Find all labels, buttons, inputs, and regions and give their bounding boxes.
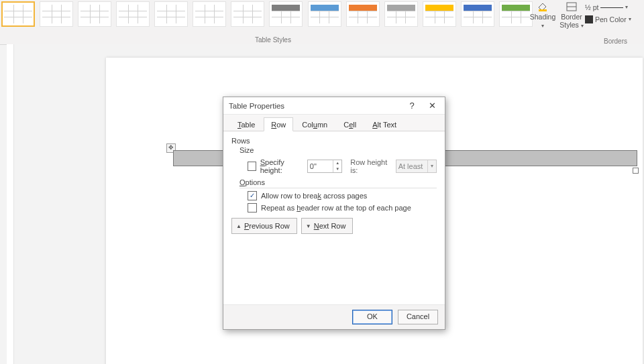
table-style-thumb[interactable] — [269, 1, 303, 27]
next-row-button[interactable]: ▼ Next Row — [301, 218, 354, 234]
row-height-input[interactable]: 0" ▲▼ — [307, 160, 342, 173]
specify-height-checkbox[interactable] — [248, 162, 256, 171]
ribbon: Table Styles Shading ▾ Border Styles ▾ ½… — [0, 0, 644, 45]
dialog-body: Rows Size Specify height: 0" ▲▼ Row heig… — [223, 131, 445, 304]
line-weight-dropdown[interactable]: ½ pt ▾ — [584, 1, 644, 13]
table-style-thumb[interactable] — [346, 1, 380, 27]
table-style-thumb[interactable] — [40, 1, 73, 27]
chevron-down-icon: ▾ — [541, 23, 544, 29]
border-styles-button[interactable]: Border Styles ▾ — [559, 0, 584, 29]
specify-height-label: Specify height: — [260, 158, 303, 174]
chevron-down-icon: ▾ — [427, 160, 436, 172]
tab-column[interactable]: Column — [294, 117, 335, 131]
row-height-value: 0" — [310, 162, 317, 170]
cancel-button[interactable]: Cancel — [398, 310, 438, 324]
table-style-thumb[interactable] — [231, 1, 264, 27]
table-style-thumb[interactable] — [193, 1, 226, 27]
tab-table[interactable]: Table — [230, 117, 262, 131]
repeat-header-checkbox[interactable] — [248, 203, 257, 213]
table-style-thumb[interactable] — [384, 1, 418, 27]
rows-heading: Rows — [231, 137, 437, 145]
dialog-footer: OK Cancel — [223, 304, 445, 329]
row-nav-buttons: ▲ Previous Row ▼ Next Row — [231, 218, 437, 234]
dialog-titlebar[interactable]: Table Properties ? ✕ — [223, 97, 445, 115]
border-styles-icon — [566, 1, 578, 12]
pen-color-dropdown[interactable]: Pen Color ▾ — [584, 13, 644, 25]
chevron-down-icon: ▾ — [625, 1, 628, 13]
tab-cell[interactable]: Cell — [336, 117, 364, 131]
table-resize-handle[interactable] — [633, 168, 639, 174]
repeat-header-label: Repeat as header row at the top of each … — [261, 204, 411, 212]
table-style-thumb[interactable] — [154, 1, 188, 27]
row-height-is-dropdown[interactable]: At least ▾ — [396, 160, 437, 173]
triangle-up-icon: ▲ — [236, 223, 241, 229]
repeat-header-row: Repeat as header row at the top of each … — [248, 203, 437, 213]
tab-alt-text[interactable]: Alt Text — [365, 117, 404, 131]
row-height-is-label: Row height is: — [350, 158, 391, 174]
allow-break-checkbox[interactable] — [248, 191, 257, 200]
table-style-thumb[interactable] — [423, 1, 456, 27]
line-weight-value: ½ pt — [585, 1, 598, 13]
dialog-tabstrip: Table Row Column Cell Alt Text — [223, 115, 445, 131]
pen-icon — [585, 15, 593, 23]
size-heading: Size — [239, 146, 437, 154]
dialog-help-button[interactable]: ? — [402, 98, 422, 114]
tab-row[interactable]: Row — [264, 117, 293, 131]
divider — [239, 188, 437, 188]
table-style-thumb[interactable] — [116, 1, 150, 27]
line-sample-icon — [600, 7, 623, 8]
table-style-thumb[interactable] — [78, 1, 111, 27]
dialog-title: Table Properties — [229, 102, 402, 110]
border-styles-label: Border Styles — [559, 13, 582, 29]
vertical-ruler — [7, 44, 14, 364]
row-height-is-value: At least — [398, 162, 423, 170]
pen-color-label: Pen Color — [595, 13, 627, 25]
paint-bucket-icon — [537, 1, 549, 12]
allow-break-label: Allow row to break across pages — [261, 192, 367, 200]
table-properties-dialog: Table Properties ? ✕ Table Row Column Ce… — [223, 97, 445, 330]
chevron-down-icon: ▾ — [629, 13, 631, 25]
dialog-close-button[interactable]: ✕ — [422, 98, 442, 114]
svg-rect-0 — [539, 9, 547, 11]
previous-row-button[interactable]: ▲ Previous Row — [231, 218, 297, 234]
shading-label: Shading — [530, 13, 556, 21]
allow-break-row: Allow row to break across pages — [248, 191, 437, 200]
borders-group: ½ pt ▾ Pen Color ▾ Borders — [584, 0, 644, 33]
table-style-thumb[interactable] — [461, 1, 494, 27]
table-style-thumb[interactable] — [308, 1, 341, 27]
options-heading: OOptionsptions — [239, 178, 437, 186]
ribbon-group-label-styles: Table Styles — [255, 36, 291, 44]
triangle-down-icon: ▼ — [306, 223, 311, 229]
table-style-gallery[interactable] — [0, 0, 523, 32]
table-style-thumb[interactable] — [1, 1, 35, 27]
specify-height-row: Specify height: 0" ▲▼ Row height is: At … — [248, 158, 437, 174]
ok-button[interactable]: OK — [352, 310, 392, 324]
shading-button[interactable]: Shading ▾ — [526, 0, 559, 29]
spinner-icon[interactable]: ▲▼ — [333, 160, 341, 172]
